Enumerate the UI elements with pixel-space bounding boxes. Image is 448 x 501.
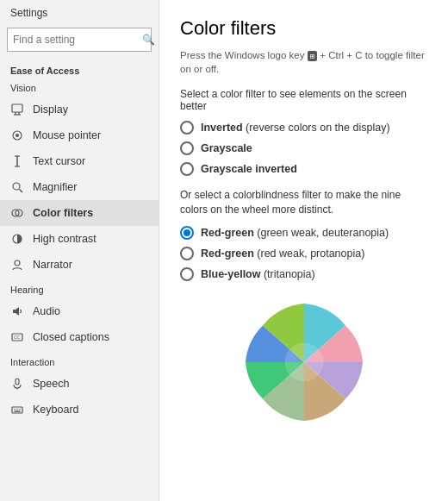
svg-point-5 [16,134,19,137]
svg-rect-15 [13,310,16,313]
section-vision-label: Vision [0,79,159,97]
text-cursor-icon [10,154,24,168]
sidebar-title: Settings [0,0,159,24]
basic-filter-group: Inverted (reverse colors on the display)… [180,121,427,176]
mouse-pointer-icon [10,128,24,142]
search-box[interactable]: 🔍 [7,28,152,52]
color-wheel-container [180,293,427,431]
keyboard-icon [10,403,24,416]
sidebar-item-keyboard[interactable]: Keyboard [0,397,159,423]
sidebar-item-narrator-label: Narrator [33,259,72,271]
svg-point-14 [15,260,20,266]
svg-rect-18 [16,379,19,385]
search-input[interactable] [13,34,142,46]
sidebar-item-magnifier-label: Magnifier [33,181,77,193]
sidebar-item-high-contrast-label: High contrast [33,233,96,245]
page-title: Color filters [180,17,427,40]
radio-grayscale[interactable]: Grayscale [180,141,427,155]
radio-inverted[interactable]: Inverted (reverse colors on the display) [180,121,427,135]
sidebar-item-text-cursor[interactable]: Text cursor [0,148,159,174]
sidebar-item-keyboard-label: Keyboard [33,404,79,416]
sidebar-item-speech[interactable]: Speech [0,371,159,397]
radio-red-green-strong-label: Red-green (red weak, protanopia) [201,247,364,260]
colorblind-filter-group: Red-green (green weak, deuteranopia) Red… [180,226,427,281]
search-icon: 🔍 [142,34,155,46]
svg-line-10 [20,190,23,193]
radio-red-green-weak-circle[interactable] [180,226,194,240]
radio-blue-yellow-label: Blue-yellow (tritanopia) [201,268,315,280]
svg-rect-20 [12,407,22,413]
magnifier-icon [10,180,24,194]
closed-captions-icon: CC [10,330,24,344]
display-icon [10,103,24,116]
select-label: Select a color filter to see elements on… [180,88,427,112]
sidebar-item-color-filters[interactable]: Color filters [0,200,159,226]
radio-grayscale-label: Grayscale [201,142,252,154]
radio-red-green-strong[interactable]: Red-green (red weak, protanopia) [180,247,427,260]
svg-rect-0 [12,104,22,112]
color-wheel [235,293,373,431]
colorblind-label: Or select a colorblindness filter to mak… [180,188,427,217]
radio-red-green-strong-circle[interactable] [180,247,194,260]
radio-grayscale-inverted-label: Grayscale inverted [201,163,297,175]
narrator-icon [10,258,24,272]
radio-inverted-label: Inverted (reverse colors on the display) [201,122,390,134]
shortcut-hint: Press the Windows logo key ⊞ + Ctrl + C … [180,48,427,76]
main-content: Color filters Press the Windows logo key… [159,0,448,501]
sidebar-item-audio[interactable]: Audio [0,298,159,324]
sidebar-item-magnifier[interactable]: Magnifier [0,174,159,200]
sidebar-item-display-label: Display [33,103,68,116]
sidebar-item-text-cursor-label: Text cursor [33,155,85,167]
section-ease-label: Ease of Access [0,59,159,79]
sidebar-item-mouse-pointer[interactable]: Mouse pointer [0,122,159,148]
section-interaction-label: Interaction [0,350,159,371]
sidebar: Settings 🔍 Ease of Access Vision Display… [0,0,159,501]
high-contrast-icon [10,232,24,246]
color-filters-icon [10,206,24,220]
radio-grayscale-circle[interactable] [180,141,194,155]
sidebar-item-mouse-label: Mouse pointer [33,129,101,141]
svg-point-9 [13,183,20,190]
sidebar-item-closed-captions-label: Closed captions [33,331,109,343]
sidebar-item-color-filters-label: Color filters [33,207,93,219]
radio-blue-yellow[interactable]: Blue-yellow (tritanopia) [180,267,427,281]
svg-text:CC: CC [14,335,21,340]
sidebar-item-audio-label: Audio [33,305,60,317]
section-hearing-label: Hearing [0,278,159,298]
sidebar-item-closed-captions[interactable]: CC Closed captions [0,324,159,350]
sidebar-item-narrator[interactable]: Narrator [0,252,159,278]
radio-inverted-circle[interactable] [180,121,194,135]
radio-red-green-weak-label: Red-green (green weak, deuteranopia) [201,227,389,239]
speech-icon [10,377,24,391]
radio-red-green-weak[interactable]: Red-green (green weak, deuteranopia) [180,226,427,240]
sidebar-item-display[interactable]: Display [0,97,159,122]
radio-grayscale-inverted-circle[interactable] [180,162,194,176]
win-key-icon: ⊞ [308,51,317,61]
sidebar-item-high-contrast[interactable]: High contrast [0,226,159,252]
svg-point-25 [284,342,323,381]
radio-grayscale-inverted[interactable]: Grayscale inverted [180,162,427,176]
audio-icon [10,304,24,318]
radio-blue-yellow-circle[interactable] [180,267,194,281]
sidebar-item-speech-label: Speech [33,378,69,390]
